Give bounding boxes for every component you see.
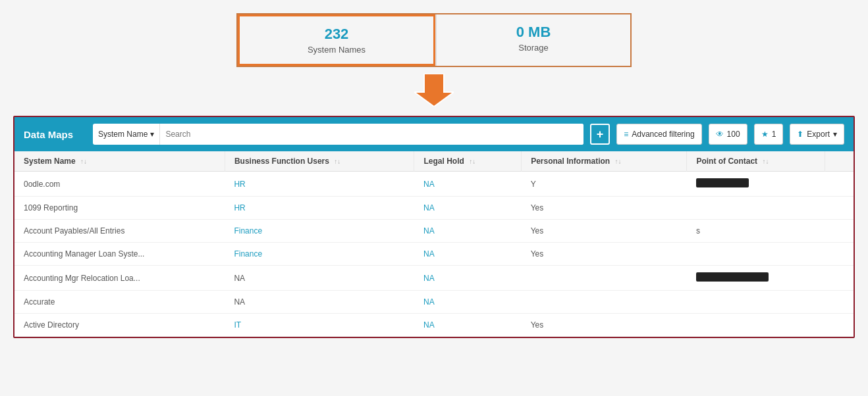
cell-legal-hold[interactable]: NA bbox=[414, 243, 522, 266]
cell-legal-hold[interactable]: NA bbox=[414, 266, 522, 291]
count-100-button[interactable]: 👁 100 bbox=[709, 124, 747, 145]
cell-business-function: NA bbox=[225, 291, 414, 314]
search-bar: System Name ▾ bbox=[93, 124, 583, 145]
col-business-function[interactable]: Business Function Users ↑↓ bbox=[225, 151, 414, 172]
cell-personal-info: Yes bbox=[522, 197, 687, 220]
cell-empty bbox=[825, 291, 854, 314]
cell-point-of-contact bbox=[687, 266, 825, 291]
col-system-name[interactable]: System Name ↑↓ bbox=[14, 151, 225, 172]
svg-marker-0 bbox=[414, 74, 454, 107]
cell-point-of-contact bbox=[687, 197, 825, 220]
cell-personal-info: Yes bbox=[522, 314, 687, 337]
col-point-of-contact[interactable]: Point of Contact ↑↓ bbox=[687, 151, 825, 172]
col-legal-hold[interactable]: Legal Hold ↑↓ bbox=[414, 151, 522, 172]
sort-icon-3: ↑↓ bbox=[469, 158, 475, 165]
cell-business-function[interactable]: HR bbox=[225, 197, 414, 220]
sort-icon-5: ↑↓ bbox=[762, 158, 769, 165]
cell-system-name[interactable]: 0odle.com bbox=[14, 172, 225, 197]
cell-legal-hold[interactable]: NA bbox=[414, 197, 522, 220]
table-header-row: System Name ↑↓ Business Function Users ↑… bbox=[14, 151, 854, 172]
arrow-container bbox=[13, 74, 855, 107]
stats-container: 232 System Names 0 MB Storage bbox=[13, 13, 855, 67]
down-arrow-icon bbox=[414, 74, 454, 107]
cell-business-function[interactable]: IT bbox=[225, 314, 414, 337]
cell-business-function: NA bbox=[225, 266, 414, 291]
table-row: 0odle.comHRNAY bbox=[14, 172, 854, 197]
data-table: System Name ↑↓ Business Function Users ↑… bbox=[14, 151, 854, 337]
storage-count: 0 MB bbox=[450, 24, 617, 41]
cell-empty bbox=[825, 220, 854, 243]
cell-business-function[interactable]: HR bbox=[225, 172, 414, 197]
stats-box: 232 System Names 0 MB Storage bbox=[236, 13, 632, 67]
table-body: 0odle.comHRNAY1099 ReportingHRNAYesAccou… bbox=[14, 172, 854, 337]
table-title: Data Maps bbox=[24, 129, 73, 140]
cell-point-of-contact bbox=[687, 314, 825, 337]
redacted-bar bbox=[696, 272, 769, 282]
cell-point-of-contact: s bbox=[687, 220, 825, 243]
cell-point-of-contact bbox=[687, 172, 825, 197]
storage-label: Storage bbox=[450, 43, 617, 53]
table-row: Account Payables/All EntriesFinanceNAYes… bbox=[14, 220, 854, 243]
cell-empty bbox=[825, 172, 854, 197]
filter-icon: ≡ bbox=[624, 130, 628, 139]
cell-system-name[interactable]: Active Directory bbox=[14, 314, 225, 337]
search-input[interactable] bbox=[160, 124, 583, 145]
system-names-label: System Names bbox=[253, 45, 420, 55]
table-row: Accounting Mgr Relocation Loa...NANA bbox=[14, 266, 854, 291]
cell-system-name[interactable]: 1099 Reporting bbox=[14, 197, 225, 220]
table-row: Accounting Manager Loan Syste...FinanceN… bbox=[14, 243, 854, 266]
cell-system-name[interactable]: Accounting Manager Loan Syste... bbox=[14, 243, 225, 266]
search-dropdown-label: System Name bbox=[98, 130, 148, 139]
count-1-button[interactable]: ★ 1 bbox=[754, 124, 784, 145]
cell-legal-hold[interactable]: NA bbox=[414, 172, 522, 197]
sort-icon-2: ↑↓ bbox=[334, 158, 340, 165]
cell-system-name[interactable]: Accurate bbox=[14, 291, 225, 314]
add-button[interactable]: + bbox=[590, 124, 610, 145]
export-icon: ⬆ bbox=[797, 130, 803, 139]
cell-point-of-contact bbox=[687, 243, 825, 266]
plus-icon: + bbox=[597, 128, 604, 141]
system-names-count: 232 bbox=[253, 26, 420, 43]
advanced-filtering-button[interactable]: ≡ Advanced filtering bbox=[616, 124, 701, 145]
cell-personal-info: Yes bbox=[522, 243, 687, 266]
table-head: System Name ↑↓ Business Function Users ↑… bbox=[14, 151, 854, 172]
col-actions bbox=[825, 151, 854, 172]
storage-stat[interactable]: 0 MB Storage bbox=[437, 14, 630, 66]
cell-business-function[interactable]: Finance bbox=[225, 220, 414, 243]
cell-personal-info: Y bbox=[522, 172, 687, 197]
cell-point-of-contact bbox=[687, 291, 825, 314]
cell-empty bbox=[825, 197, 854, 220]
cell-legal-hold[interactable]: NA bbox=[414, 314, 522, 337]
search-dropdown[interactable]: System Name ▾ bbox=[93, 124, 160, 145]
table-row: 1099 ReportingHRNAYes bbox=[14, 197, 854, 220]
redacted-bar bbox=[696, 178, 749, 187]
cell-personal-info bbox=[522, 291, 687, 314]
table-row: AccurateNANA bbox=[14, 291, 854, 314]
cell-personal-info bbox=[522, 266, 687, 291]
chevron-down-icon: ▾ bbox=[150, 130, 154, 139]
export-button[interactable]: ⬆ Export ▾ bbox=[790, 124, 844, 145]
cell-system-name[interactable]: Accounting Mgr Relocation Loa... bbox=[14, 266, 225, 291]
export-dropdown-icon: ▾ bbox=[833, 130, 837, 139]
sort-icon-4: ↑↓ bbox=[615, 158, 622, 165]
system-names-stat[interactable]: 232 System Names bbox=[238, 14, 435, 66]
cell-empty bbox=[825, 266, 854, 291]
cell-legal-hold[interactable]: NA bbox=[414, 220, 522, 243]
sort-icon: ↑↓ bbox=[80, 158, 87, 165]
cell-personal-info: Yes bbox=[522, 220, 687, 243]
data-maps-section: Data Maps System Name ▾ + ≡ Advanced fil… bbox=[13, 116, 855, 338]
cell-legal-hold[interactable]: NA bbox=[414, 291, 522, 314]
cell-business-function[interactable]: Finance bbox=[225, 243, 414, 266]
star-icon: ★ bbox=[761, 130, 769, 139]
cell-empty bbox=[825, 314, 854, 337]
table-header-bar: Data Maps System Name ▾ + ≡ Advanced fil… bbox=[14, 117, 854, 151]
col-personal-info[interactable]: Personal Information ↑↓ bbox=[522, 151, 687, 172]
cell-empty bbox=[825, 243, 854, 266]
eye-icon: 👁 bbox=[716, 130, 724, 139]
table-row: Active DirectoryITNAYes bbox=[14, 314, 854, 337]
cell-system-name[interactable]: Account Payables/All Entries bbox=[14, 220, 225, 243]
